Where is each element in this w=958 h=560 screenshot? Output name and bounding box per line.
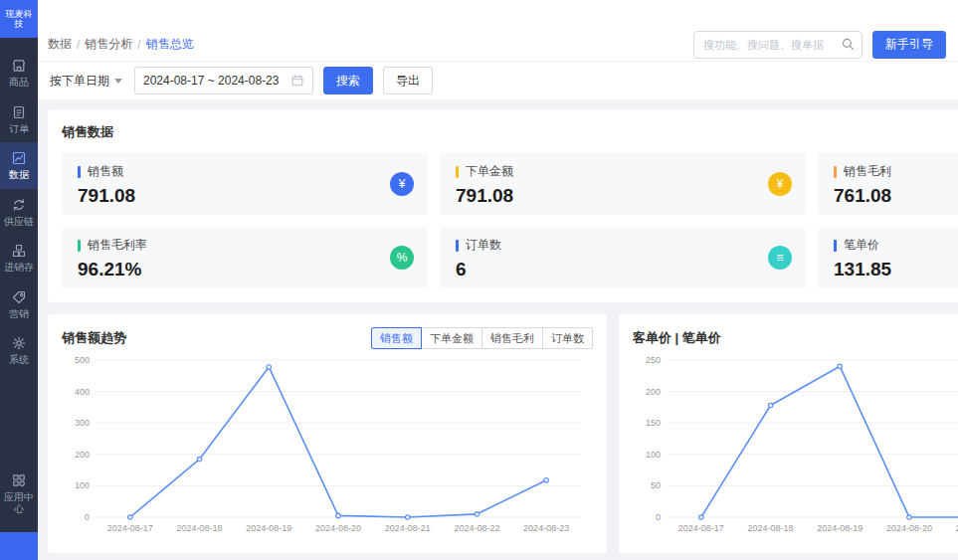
calendar-icon [290, 74, 304, 88]
main-area: 数据 / 销售分析 / 销售总览 新手引导 按下单日期 [38, 0, 958, 560]
inventory-icon [11, 243, 27, 259]
stat-label: 下单金额 [466, 163, 513, 180]
shop-icon [11, 58, 27, 74]
svg-text:0: 0 [656, 512, 661, 522]
svg-text:2024-08-17: 2024-08-17 [678, 523, 724, 533]
stat-value: 6 [456, 259, 790, 280]
filter-bar: 按下单日期 2024-08-17 ~ 2024-08-23 搜索 导出 [38, 62, 958, 99]
logo[interactable]: 现麦科技 [0, 0, 38, 38]
breadcrumb-item-data[interactable]: 数据 [48, 36, 72, 53]
stat-card-gross-profit: 销售毛利 761.08 ¥ [818, 153, 958, 215]
unit-price-chart: 0501001502002502024-08-172024-08-182024-… [633, 352, 958, 539]
stat-card-order-count: 订单数 6 ≡ [440, 227, 806, 288]
sidebar-nav: 商品 订单 数据 供应链 [0, 50, 38, 374]
sidebar-item-system[interactable]: 系统 [0, 327, 38, 374]
sidebar-footer-block[interactable] [0, 532, 38, 560]
svg-text:2024-08-19: 2024-08-19 [817, 523, 862, 533]
svg-text:100: 100 [75, 480, 90, 490]
date-type-select[interactable]: 按下单日期 [48, 73, 124, 90]
sidebar-item-label: 营销 [9, 308, 29, 320]
stat-card-order-amount: 下单金额 791.08 ¥ [440, 153, 806, 215]
orders-circle-icon: ≡ [768, 246, 792, 270]
stat-card-price-per-order: 笔单价 131.85 ¥ [818, 227, 958, 288]
sidebar: 现麦科技 商品 订单 数据 [0, 0, 38, 560]
export-button[interactable]: 导出 [383, 67, 433, 94]
svg-text:2024-08-18: 2024-08-18 [177, 523, 223, 533]
stat-value: 791.08 [456, 185, 790, 207]
sidebar-item-inventory[interactable]: 进销存 [0, 235, 38, 281]
search-button[interactable]: 搜索 [323, 67, 373, 94]
sidebar-item-marketing[interactable]: 营销 [0, 281, 38, 328]
breadcrumb: 数据 / 销售分析 / 销售总览 [48, 36, 194, 53]
color-bar [834, 240, 837, 252]
sidebar-item-label: 进销存 [4, 262, 34, 274]
svg-text:2024-08-18: 2024-08-18 [748, 523, 794, 533]
tab-order-count[interactable]: 订单数 [542, 327, 593, 349]
stat-card-gross-margin: 销售毛利率 96.21% % [62, 227, 428, 288]
coin-circle-icon: ¥ [768, 172, 792, 196]
date-range-value: 2024-08-17 ~ 2024-08-23 [143, 74, 279, 88]
topbar: 数据 / 销售分析 / 销售总览 新手引导 [38, 0, 958, 62]
svg-text:500: 500 [75, 355, 90, 365]
search-input[interactable] [693, 31, 862, 59]
sidebar-item-orders[interactable]: 订单 [0, 96, 38, 143]
color-bar [78, 166, 81, 178]
color-bar [456, 166, 459, 178]
svg-text:200: 200 [646, 387, 661, 397]
stat-value: 131.85 [834, 259, 958, 280]
svg-text:2024-08-17: 2024-08-17 [107, 523, 153, 533]
sidebar-item-goods[interactable]: 商品 [0, 50, 38, 96]
app-grid-icon [11, 472, 27, 488]
stat-value: 761.08 [834, 185, 958, 207]
tab-sales-amount[interactable]: 销售额 [371, 327, 422, 349]
guide-button[interactable]: 新手引导 [872, 31, 946, 59]
breadcrumb-item-sales-overview: 销售总览 [146, 36, 194, 53]
unit-price-panel: 客单价 | 笔单价 0501001502002502024-08-172024-… [619, 314, 958, 553]
stat-value: 791.08 [78, 185, 412, 207]
date-range-input[interactable]: 2024-08-17 ~ 2024-08-23 [134, 67, 313, 94]
color-bar [78, 240, 81, 252]
sidebar-item-app-center[interactable]: 应用中心 [0, 465, 38, 522]
date-type-label: 按下单日期 [50, 73, 109, 90]
chevron-down-icon [114, 79, 122, 84]
sidebar-item-label: 供应链 [4, 216, 34, 228]
tab-order-amount[interactable]: 下单金额 [421, 327, 482, 349]
stat-card-sales-amount: 销售额 791.08 ¥ [62, 153, 428, 215]
content-area: 销售数据 销售额 791.08 ¥ 下单金额 791.08 ¥ [38, 99, 958, 560]
marketing-icon [11, 289, 27, 305]
search-icon[interactable] [841, 37, 856, 52]
svg-text:2024-08-21: 2024-08-21 [385, 523, 431, 533]
order-icon [11, 104, 27, 120]
sidebar-item-data[interactable]: 数据 [0, 142, 38, 189]
app-root: 现麦科技 商品 订单 数据 [0, 0, 958, 560]
stat-value: 96.21% [78, 259, 412, 280]
svg-text:100: 100 [646, 450, 661, 460]
sidebar-item-label: 订单 [9, 123, 29, 135]
stat-label: 订单数 [466, 237, 501, 254]
stat-label: 销售毛利率 [88, 237, 147, 254]
color-bar [834, 166, 837, 178]
svg-text:2024-08-20: 2024-08-20 [886, 523, 932, 533]
sidebar-item-supply-chain[interactable]: 供应链 [0, 189, 38, 236]
stat-grid: 销售额 791.08 ¥ 下单金额 791.08 ¥ 销售毛利 761.08 [62, 153, 958, 288]
breadcrumb-item-sales-analysis[interactable]: 销售分析 [85, 36, 132, 53]
svg-text:2024-08-22: 2024-08-22 [454, 523, 499, 533]
sales-data-panel: 销售数据 销售额 791.08 ¥ 下单金额 791.08 ¥ [48, 109, 958, 302]
sidebar-item-label: 商品 [9, 77, 29, 89]
sidebar-item-label: 系统 [9, 354, 29, 366]
sidebar-item-label: 应用中心 [1, 491, 37, 514]
breadcrumb-separator: / [137, 38, 140, 52]
stat-label: 销售毛利 [844, 163, 891, 180]
charts-row: 销售额趋势 销售额 下单金额 销售毛利 订单数 0100200300400500… [48, 314, 958, 553]
data-chart-icon [11, 150, 27, 166]
svg-text:300: 300 [75, 418, 90, 428]
breadcrumb-separator: / [77, 38, 80, 52]
global-search [693, 31, 862, 59]
sidebar-item-label: 数据 [9, 169, 29, 181]
stat-label: 销售额 [88, 163, 123, 180]
supply-chain-icon [11, 197, 27, 213]
chart-title: 销售额趋势 [62, 329, 126, 347]
tab-gross-profit[interactable]: 销售毛利 [481, 327, 543, 349]
svg-text:2024-08-20: 2024-08-20 [315, 523, 361, 533]
sales-trend-chart: 01002003004005002024-08-172024-08-182024… [62, 352, 593, 539]
